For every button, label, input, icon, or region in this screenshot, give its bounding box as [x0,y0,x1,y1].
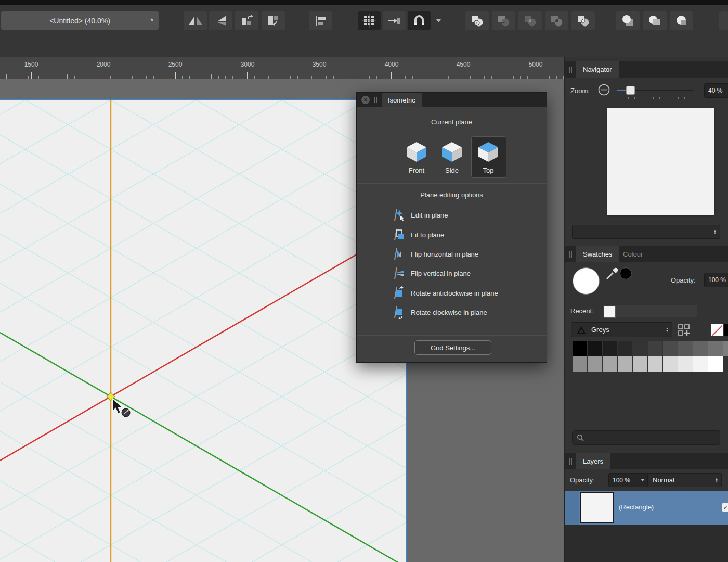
swatch[interactable] [648,356,663,372]
swatch[interactable] [693,356,708,372]
horizontal-ruler[interactable]: 1500 2000 2500 3000 3500 4000 4500 5000 [0,57,564,79]
swatch[interactable] [573,356,588,372]
grid-line [0,325,406,559]
layer-thumbnail[interactable] [580,492,614,523]
boolean-add-button[interactable]: + [465,11,489,30]
black-swatch[interactable] [724,324,728,336]
swatch[interactable] [663,341,678,356]
layers-empty-area[interactable] [565,525,728,562]
option-flip-horizontal-in-plane[interactable]: Flip horizontal in plane [391,247,478,261]
isometric-panel: × Isometric Current plane Front Side [356,92,547,363]
blend-mode-dropdown[interactable]: Normal ▲▼ [647,473,722,487]
swatch[interactable] [663,356,678,372]
option-edit-in-plane[interactable]: Edit in plane [391,208,448,222]
flip-vertical-button[interactable] [209,11,232,30]
close-icon[interactable]: × [361,96,370,104]
add-swatch-icon[interactable] [677,324,691,336]
swatch[interactable] [648,341,663,356]
plane-button-top[interactable]: Top [472,140,505,174]
swatch[interactable] [723,341,728,356]
swatch-search-input[interactable] [572,430,720,445]
grid-line [0,375,406,562]
navigator-preview[interactable] [607,108,714,215]
grid-line [0,481,406,562]
layers-opacity-dropdown[interactable]: 100 % [608,473,649,487]
recent-swatch[interactable] [604,306,616,318]
swatch[interactable] [618,341,633,356]
grid-line [0,523,406,562]
zoom-out-icon[interactable] [598,84,610,96]
arrange-back-button[interactable] [670,11,693,30]
tab-navigator[interactable]: Navigator [576,61,619,78]
swatch[interactable] [588,341,603,356]
swatches-opacity-field[interactable]: 100 % [704,273,728,287]
tab-layers[interactable]: Layers [576,453,610,469]
swatch[interactable] [618,356,633,372]
eyedropper-icon[interactable] [605,266,619,281]
plane-button-front[interactable]: Front [400,140,433,174]
palette-logo-icon [577,326,586,334]
swatch[interactable] [603,341,618,356]
tab-isometric[interactable]: Isometric [382,93,422,107]
zoom-value-field[interactable]: 40 % [704,83,728,98]
ruler-label: 2500 [160,61,191,68]
swatch[interactable] [678,356,693,372]
snapping-options-dropdown[interactable] [432,11,445,30]
flip-horizontal-button[interactable] [184,11,207,30]
swatch[interactable] [693,341,708,356]
swatch[interactable] [633,356,648,372]
swatch[interactable] [708,356,723,372]
option-fit-to-plane[interactable]: Fit to plane [391,227,444,242]
option-rotate-anticlockwise-in-plane[interactable]: Rotate anticlockwise in plane [391,286,498,300]
grid-toggle-button[interactable] [358,11,381,30]
layer-expand-gutter[interactable] [565,491,579,525]
grey-swatches-row-light [573,356,723,372]
option-flip-vertical-in-plane[interactable]: Flip vertical in plane [391,266,471,280]
toolbar-overflow-button[interactable] [719,11,728,30]
order-backward-button[interactable] [262,11,285,30]
isometric-panel-header[interactable]: × Isometric [357,93,547,107]
document-canvas[interactable] [0,99,407,562]
snap-node-badge-icon [122,408,130,417]
fill-color-well[interactable] [573,267,600,295]
option-rotate-clockwise-in-plane[interactable]: Rotate clockwise in plane [391,305,487,320]
stepper-icon[interactable]: ▲▼ [713,229,720,235]
stepper-icon[interactable]: ▲▼ [666,327,672,333]
order-forward-button[interactable] [235,11,258,30]
tab-swatches[interactable]: Swatches [576,246,619,262]
alignment-button[interactable] [309,11,332,30]
drag-handle-icon[interactable] [569,67,572,73]
swatch[interactable] [678,341,693,356]
swatch[interactable] [603,356,618,372]
layer-visibility-checkbox[interactable]: ✓ [722,503,728,512]
none-swatch[interactable] [711,324,723,336]
drag-handle-icon[interactable] [569,458,572,465]
document-tab[interactable]: <Untitled> (40.0%) * [1,11,159,30]
grid-settings-button[interactable]: Grid Settings... [414,340,491,355]
swatch[interactable] [588,356,603,372]
boolean-xor-button[interactable] [545,11,568,30]
picked-color-well[interactable] [620,267,632,279]
arrange-front-button[interactable] [616,11,640,30]
swatch[interactable] [708,341,723,356]
drag-handle-icon[interactable] [374,97,377,103]
stepper-icon[interactable]: ▲▼ [715,478,721,483]
arrange-middle-button[interactable] [643,11,667,30]
boolean-subtract-button[interactable]: − [492,11,515,30]
navigator-viewpoint-dropdown[interactable]: ▲▼ [572,225,720,239]
circle-notch-square-icon [674,14,688,28]
grid-icon [362,14,376,28]
drag-handle-icon[interactable] [569,251,572,258]
search-icon [577,434,584,441]
boolean-intersect-button[interactable] [518,11,542,30]
grid-line [0,424,406,562]
tab-colour[interactable]: Colour [616,246,649,262]
palette-dropdown[interactable]: Greys ▲▼ [571,322,672,337]
boolean-divide-button[interactable] [571,11,595,30]
zoom-slider-thumb[interactable] [626,86,635,95]
swatch[interactable] [573,341,588,356]
swatch[interactable] [633,341,648,356]
snapping-toggle-button[interactable] [408,11,431,30]
move-by-whole-pixels-button[interactable] [383,11,406,30]
plane-button-side[interactable]: Side [435,140,469,174]
